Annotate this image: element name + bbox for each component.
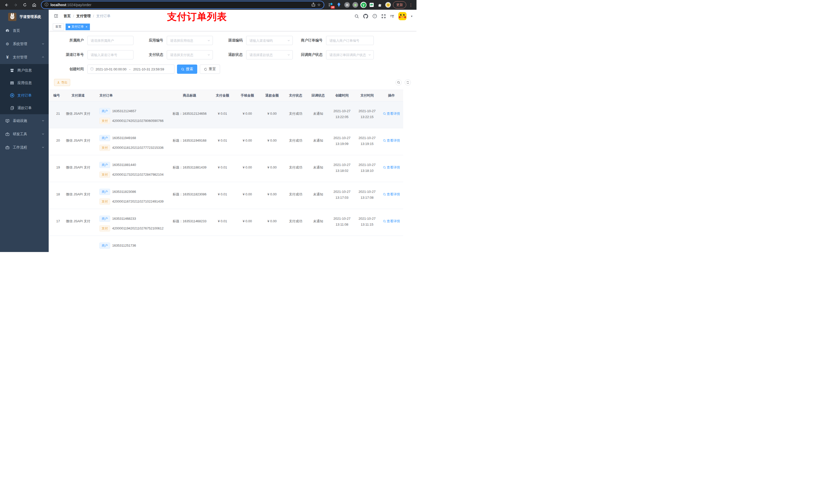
toggle-search-button[interactable] <box>396 79 402 86</box>
browser-update-button[interactable]: 更新 <box>393 1 406 8</box>
cell-paid: 2021-10-2713:22:15 <box>355 101 380 120</box>
table-row[interactable]: 20 微信 JSAPI 支付 商户1635311949168 支付4200001… <box>49 128 403 155</box>
table-row[interactable]: 21 微信 JSAPI 支付 商户1635312124657 支付4200001… <box>49 101 403 128</box>
app-select-input[interactable] <box>167 36 213 45</box>
refund-status-input[interactable] <box>246 50 293 59</box>
pinned-extension-icon[interactable]: 10 <box>327 2 334 8</box>
app-select[interactable] <box>167 36 213 45</box>
reload-icon[interactable] <box>21 1 29 9</box>
date-start-value[interactable]: 2021-10-01 00:00:00 <box>96 67 126 71</box>
notify-status-select[interactable] <box>326 50 374 59</box>
url-path: :1024/pay/order <box>66 3 91 7</box>
cell-notify: 未通知 <box>307 101 329 116</box>
forward-icon[interactable] <box>12 1 20 9</box>
cell-created: 2021-10-2713:19:09 <box>329 128 355 147</box>
cell-id: 18 <box>49 182 64 197</box>
title-value: 1635311823086 <box>183 192 207 196</box>
avatar-caret-icon[interactable]: ▾ <box>411 15 412 18</box>
table-row[interactable]: 17 微信 JSAPI 支付 商户1635311468233 支付4200001… <box>49 209 403 236</box>
url-text[interactable]: localhost:1024/pay/order <box>50 3 309 7</box>
chat-extension-icon[interactable] <box>368 2 375 8</box>
cell-refund: ¥ 0.00 <box>260 182 284 197</box>
merchant-input[interactable] <box>87 36 134 45</box>
col-header-id: 编号 <box>49 93 64 98</box>
cell-title: 标题：1635312124656 <box>169 101 210 116</box>
pay-tag: 支付 <box>99 172 110 178</box>
breadcrumb-pay[interactable]: 支付管理 <box>76 14 91 19</box>
merchant-order-no-field[interactable] <box>326 36 374 45</box>
merchant-tag: 商户 <box>99 189 110 195</box>
command-extension-icon[interactable]: ⌘ <box>344 2 351 8</box>
pay-status-input[interactable] <box>167 50 213 59</box>
back-icon[interactable] <box>3 1 10 9</box>
dot-extension-icon[interactable] <box>352 2 359 8</box>
bookmark-star-icon[interactable]: ☆ <box>317 3 321 7</box>
sidebar-item-infra[interactable]: 基础设施 <box>0 114 49 127</box>
help-icon[interactable]: ? <box>373 14 377 19</box>
view-detail-link[interactable]: 查看详情 <box>383 165 400 170</box>
sidebar-item-merchant-info[interactable]: 商户信息 <box>0 64 49 77</box>
merchant-select[interactable] <box>87 36 134 45</box>
font-size-icon[interactable]: TT <box>390 14 394 19</box>
sidebar-item-home[interactable]: 首页 <box>0 24 49 38</box>
address-bar[interactable]: localhost:1024/pay/order ☆ <box>42 1 324 8</box>
export-button-label: 导出 <box>61 80 67 85</box>
table-row[interactable]: 19 微信 JSAPI 支付 商户1635311881440 支付4200001… <box>49 155 403 182</box>
avatar[interactable] <box>398 12 406 20</box>
browser-menu-icon[interactable]: ⋮ <box>408 3 414 7</box>
cell-created: 2021-10-2713:22:05 <box>329 101 355 120</box>
sidebar-toggle-icon[interactable] <box>53 13 60 20</box>
sidebar-item-pay[interactable]: ¥ 支付管理 <box>0 51 49 64</box>
emoji-extension-icon[interactable] <box>385 2 391 8</box>
reset-button[interactable]: 重置 <box>200 65 220 74</box>
search-button[interactable]: 搜索 <box>177 65 197 74</box>
table-row[interactable]: 18 微信 JSAPI 支付 商户1635311823086 支付4200001… <box>49 182 403 209</box>
sidebar-item-app-info[interactable]: 应用信息 <box>0 77 49 89</box>
sidebar-item-refund-order[interactable]: 退款订单 <box>0 102 49 114</box>
sidebar-item-system[interactable]: ⚙ 系统管理 <box>0 38 49 51</box>
table-row[interactable]: 商户1635311251736 <box>49 236 403 252</box>
search-icon[interactable] <box>355 14 359 19</box>
breadcrumb-home[interactable]: 首页 <box>64 14 71 19</box>
gem-extension-icon[interactable] <box>336 2 342 8</box>
refresh-button[interactable] <box>405 79 411 86</box>
sidebar-item-label: 退款订单 <box>18 106 45 111</box>
title-value: 1635311468233 <box>183 219 207 223</box>
channel-order-no-field[interactable] <box>87 50 134 59</box>
github-icon[interactable] <box>363 14 368 19</box>
view-detail-link[interactable]: 查看详情 <box>383 111 400 116</box>
pay-order-no: 4200001181202110277723215336 <box>112 145 164 150</box>
share-icon[interactable] <box>311 3 315 7</box>
channel-order-no-input[interactable] <box>87 50 134 59</box>
close-icon[interactable]: × <box>85 25 87 28</box>
merchant-order-no: 1635311881440 <box>112 162 136 167</box>
page-content: 所属商户 应用编号 渠道编码 <box>49 31 416 252</box>
sidebar-item-pay-order[interactable]: ¥ 支付订单 <box>0 89 49 102</box>
merchant-order-no-input[interactable] <box>326 36 374 45</box>
channel-code-input[interactable] <box>246 36 293 45</box>
pay-status-select[interactable] <box>167 50 213 59</box>
sidebar-item-label: 基础设施 <box>13 119 39 123</box>
extensions-puzzle-icon[interactable] <box>377 2 383 8</box>
tab-home[interactable]: 首页 <box>53 24 64 30</box>
sidebar-item-label: 应用信息 <box>18 81 45 85</box>
tab-pay-order[interactable]: 支付订单 × <box>66 24 90 30</box>
sidebar-logo[interactable]: 芋道管理系统 <box>0 10 49 24</box>
channel-code-select[interactable] <box>246 36 293 45</box>
y-extension-icon[interactable]: y <box>360 2 367 8</box>
dashboard-icon <box>5 29 10 33</box>
refund-status-select[interactable] <box>246 50 293 59</box>
create-time-range-picker[interactable]: 2021-10-01 00:00:00 - 2021-10-31 23:59:5… <box>87 65 174 74</box>
sidebar-item-workflow[interactable]: 工作流程 <box>0 141 49 154</box>
export-button[interactable]: 导出 <box>54 79 70 86</box>
fullscreen-icon[interactable] <box>381 14 386 19</box>
site-info-icon[interactable] <box>45 3 48 7</box>
notify-status-input[interactable] <box>326 50 374 59</box>
cell-notify: 未通知 <box>307 182 329 197</box>
view-detail-link[interactable]: 查看详情 <box>383 192 400 197</box>
home-icon[interactable] <box>30 1 38 9</box>
date-end-value[interactable]: 2021-10-31 23:59:59 <box>133 67 164 71</box>
sidebar-item-devtools[interactable]: 研发工具 <box>0 127 49 141</box>
view-detail-link[interactable]: 查看详情 <box>383 138 400 143</box>
view-detail-link[interactable]: 查看详情 <box>383 219 400 224</box>
